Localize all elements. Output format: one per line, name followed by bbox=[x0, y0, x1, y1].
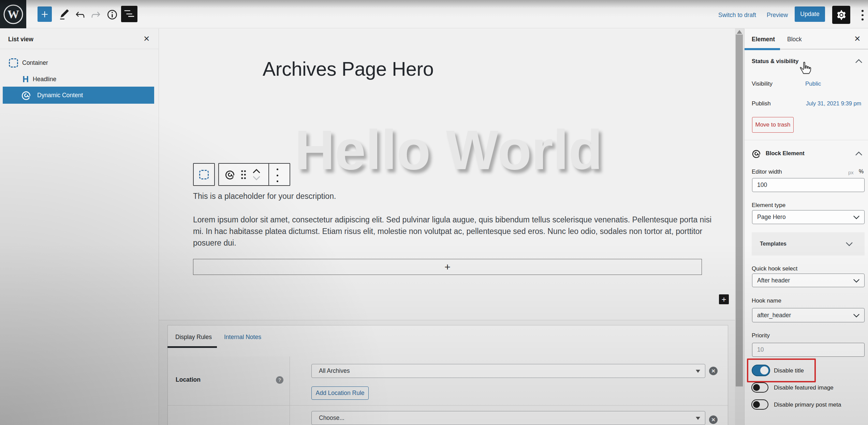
svg-text:W: W bbox=[8, 8, 19, 20]
